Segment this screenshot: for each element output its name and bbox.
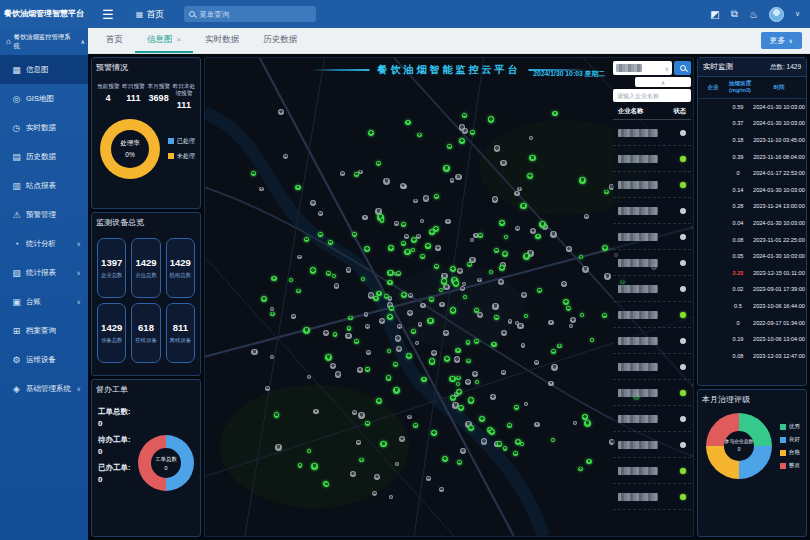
company-row[interactable] bbox=[613, 250, 691, 276]
collapse-toggle[interactable]: ∧ bbox=[635, 77, 691, 87]
table-row[interactable]: 0.08 2023-12-03 12:47:00 bbox=[698, 347, 806, 364]
status-dot bbox=[680, 156, 686, 162]
table-row[interactable]: 0.28 2023-11-24 13:00:00 bbox=[698, 198, 806, 215]
sidebar-item-label: 档案查询 bbox=[26, 326, 56, 336]
tab[interactable]: 实时数据 bbox=[193, 28, 251, 53]
company-row[interactable] bbox=[613, 406, 691, 432]
company-rows bbox=[613, 120, 691, 510]
table-row[interactable]: 0.04 2024-01-30 10:03:00 bbox=[698, 215, 806, 232]
company-row[interactable] bbox=[613, 432, 691, 458]
sidebar-item[interactable]: ⚙ 运维设备 bbox=[0, 345, 88, 374]
theme-icon[interactable]: ◩ bbox=[710, 9, 719, 20]
search-button[interactable] bbox=[674, 61, 691, 75]
sidebar-item[interactable]: ⚠ 预警管理 bbox=[0, 200, 88, 229]
chevron-down-icon: ∨ bbox=[77, 298, 81, 305]
sidebar-item[interactable]: ▣ 台账 ∨ bbox=[0, 287, 88, 316]
table-row[interactable]: 0.37 2024-01-30 10:03:00 bbox=[698, 115, 806, 132]
stats-icon: ▧ bbox=[11, 268, 22, 278]
company-row[interactable] bbox=[613, 198, 691, 224]
status-dot bbox=[680, 312, 686, 318]
company-row[interactable] bbox=[613, 302, 691, 328]
realtime-total: 总数: 1429 bbox=[770, 63, 801, 72]
table-row[interactable]: 0 2022-09-17 01:34:00 bbox=[698, 314, 806, 331]
alarm-donut-value: 0% bbox=[125, 151, 134, 158]
hamburger-icon[interactable]: ☰ bbox=[102, 7, 114, 22]
table-row[interactable]: 0.14 2024-01-30 10:03:00 bbox=[698, 182, 806, 199]
sidebar-system-header[interactable]: ⌂ 餐饮油烟监控管理系统 ∧ bbox=[0, 28, 88, 55]
sidebar-item[interactable]: ⊞ 档案查询 bbox=[0, 316, 88, 345]
sidebar-item[interactable]: ▥ 站点报表 bbox=[0, 171, 88, 200]
screenshot-icon[interactable]: ⧉ bbox=[731, 8, 738, 20]
company-row[interactable] bbox=[613, 380, 691, 406]
sidebar-item[interactable]: ◷ 实时数据 bbox=[0, 113, 88, 142]
tab[interactable]: 首页 bbox=[94, 28, 135, 53]
rating-panel: 本月治理评级 参与企业总数 0 bbox=[697, 389, 807, 537]
table-row[interactable]: 0.02 2023-09-01 17:39:00 bbox=[698, 281, 806, 298]
company-row[interactable] bbox=[613, 484, 691, 510]
sidebar-item[interactable]: ◎ GIS地图 bbox=[0, 84, 88, 113]
company-name-redacted bbox=[618, 415, 658, 423]
breadcrumb-label: 首页 bbox=[146, 8, 164, 21]
sidebar-system-label: 餐饮油烟监控管理系统 bbox=[14, 33, 77, 51]
menu-search-input[interactable] bbox=[199, 10, 311, 19]
more-label: 更多 bbox=[770, 35, 786, 46]
table-row[interactable]: 0.19 2023-10-06 13:04:00 bbox=[698, 331, 806, 348]
avatar[interactable] bbox=[769, 7, 784, 22]
chevron-down-icon: ∨ bbox=[789, 37, 793, 44]
tab-label: 信息图 bbox=[147, 34, 173, 46]
workorder-donut-value: 0 bbox=[165, 465, 168, 471]
workorder-panel-title: 督办工单 bbox=[96, 384, 196, 395]
alarm-donut-chart: 处理率 0% bbox=[100, 119, 160, 179]
tab[interactable]: 信息图 × bbox=[135, 28, 193, 53]
company-row[interactable] bbox=[613, 328, 691, 354]
table-row[interactable]: 0.5 2023-10-06 16:44:00 bbox=[698, 298, 806, 315]
workorder-stat: 工单总数: 0 bbox=[98, 407, 131, 428]
more-button[interactable]: 更多 ∨ bbox=[761, 32, 802, 49]
close-icon[interactable]: × bbox=[177, 35, 182, 44]
map-view[interactable]: 餐饮油烟智能监控云平台 2024/1/30 10:03 星期二 ∨ bbox=[204, 57, 694, 537]
sidebar-item[interactable]: ▦ 信息图 bbox=[0, 55, 88, 84]
company-row[interactable] bbox=[613, 146, 691, 172]
sidebar-item-label: 基础管理系统 bbox=[26, 384, 71, 394]
sidebar-item[interactable]: ▧ 统计报表 ∨ bbox=[0, 258, 88, 287]
chevron-down-icon[interactable]: ∨ bbox=[795, 10, 800, 18]
company-name-redacted bbox=[618, 285, 658, 293]
table-row[interactable]: 0.59 2024-01-30 10:03:00 bbox=[698, 99, 806, 116]
device-card: 811 离线设备 bbox=[166, 303, 195, 363]
sidebar-item[interactable]: ◈ 基础管理系统 ∨ bbox=[0, 374, 88, 403]
table-row[interactable]: 0 2024-01-17 22:53:00 bbox=[698, 165, 806, 182]
company-overlay: ∨ ∧ 企业名称 状态 bbox=[613, 61, 691, 510]
company-row[interactable] bbox=[613, 120, 691, 146]
flame-icon[interactable]: ♨ bbox=[749, 9, 758, 20]
rating-donut-value: 0 bbox=[738, 447, 741, 453]
menu-search-box[interactable] bbox=[184, 6, 316, 22]
table-row[interactable]: 0.08 2023-11-01 22:25:00 bbox=[698, 231, 806, 248]
report-icon: ▥ bbox=[11, 181, 22, 191]
realtime-rows: 0.59 2024-01-30 10:03:00 0.37 2024-01-30… bbox=[698, 99, 806, 385]
company-col-header: 企业名称 bbox=[618, 107, 643, 116]
breadcrumb[interactable]: ▦ 首页 bbox=[136, 8, 165, 21]
region-select[interactable]: ∨ bbox=[613, 61, 672, 75]
workorder-stats: 工单总数: 0 待办工单: 0 bbox=[98, 407, 131, 491]
company-name-redacted bbox=[618, 233, 658, 241]
sidebar-item-label: 台账 bbox=[26, 297, 41, 307]
legend-item: 整改 bbox=[780, 462, 800, 470]
sidebar-item[interactable]: ▤ 历史数据 bbox=[0, 142, 88, 171]
company-name-redacted bbox=[618, 493, 658, 501]
table-row[interactable]: 0.18 2023-11-10 03:45:00 bbox=[698, 132, 806, 149]
company-row[interactable] bbox=[613, 458, 691, 484]
table-row[interactable]: 0.39 2023-11-16 08:04:00 bbox=[698, 148, 806, 165]
company-row[interactable] bbox=[613, 354, 691, 380]
company-row[interactable] bbox=[613, 172, 691, 198]
table-row[interactable]: 0.05 2024-01-30 10:03:00 bbox=[698, 248, 806, 265]
company-search-input[interactable] bbox=[613, 89, 691, 102]
tab[interactable]: 历史数据 bbox=[251, 28, 309, 53]
legend-item: 良好 bbox=[780, 436, 800, 444]
table-row[interactable]: 2.22 2023-12-15 01:11:00 bbox=[698, 264, 806, 281]
sidebar-item-label: 信息图 bbox=[26, 65, 49, 75]
company-row[interactable] bbox=[613, 224, 691, 250]
alarm-panel: 预警情况 当前预警 4 昨日预警 111 bbox=[91, 57, 201, 209]
company-row[interactable] bbox=[613, 276, 691, 302]
sidebar-item[interactable]: ◔ 统计分析 ∨ bbox=[0, 229, 88, 258]
rating-panel-title: 本月治理评级 bbox=[702, 394, 802, 405]
